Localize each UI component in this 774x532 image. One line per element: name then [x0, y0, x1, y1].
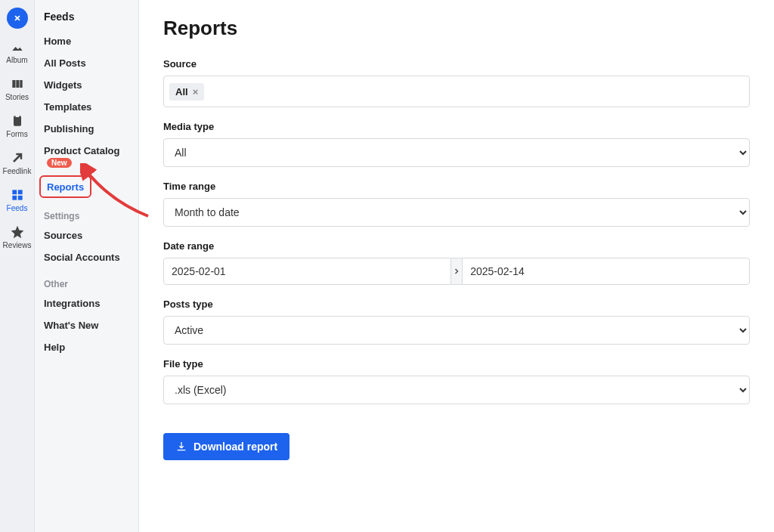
filetype-select[interactable]: .xls (Excel): [163, 376, 750, 404]
sidebar: Feeds Home All Posts Widgets Templates P…: [35, 0, 139, 532]
arrow-up-right-icon: [10, 150, 25, 165]
date-to-input[interactable]: [462, 258, 750, 285]
image-icon: [10, 39, 25, 54]
rail-label: Album: [6, 56, 27, 64]
rail-label: Reviews: [3, 241, 32, 249]
icon-rail: Album Stories Forms Feedlink Feeds Revie…: [0, 0, 35, 532]
svg-rect-4: [15, 115, 19, 117]
sidebar-item-integrations[interactable]: Integrations: [35, 292, 138, 314]
sidebar-item-productcatalog[interactable]: Product Catalog New: [35, 140, 138, 173]
new-badge: New: [47, 158, 72, 168]
svg-rect-3: [14, 116, 21, 125]
rail-forms[interactable]: Forms: [0, 113, 34, 138]
svg-rect-8: [17, 196, 22, 200]
timerange-select[interactable]: Month to date: [163, 198, 750, 227]
sidebar-item-widgets[interactable]: Widgets: [35, 74, 138, 96]
rail-label: Feeds: [7, 204, 28, 212]
sidebar-section-settings: Settings: [35, 200, 138, 224]
chip-remove-icon[interactable]: ×: [193, 86, 199, 97]
stories-icon: [10, 76, 25, 91]
filetype-label: File type: [163, 358, 750, 370]
star-icon: [10, 224, 25, 240]
rail-label: Forms: [6, 130, 27, 138]
mediatype-select[interactable]: All: [163, 138, 750, 167]
rail-label: Feedlink: [3, 167, 32, 175]
sidebar-item-reports-highlight: Reports: [39, 175, 91, 198]
app-logo[interactable]: [7, 8, 28, 29]
sidebar-item-label: Product Catalog: [44, 145, 119, 156]
rail-feedlink[interactable]: Feedlink: [0, 150, 34, 175]
source-input[interactable]: All ×: [163, 76, 750, 107]
grid-icon: [10, 187, 25, 203]
timerange-label: Time range: [163, 181, 750, 192]
source-chip: All ×: [169, 83, 204, 101]
download-icon: [175, 441, 187, 453]
svg-rect-2: [20, 80, 22, 88]
date-from-input[interactable]: [163, 258, 451, 285]
svg-rect-7: [12, 196, 17, 200]
rail-stories[interactable]: Stories: [0, 76, 34, 101]
main-content: Reports Source All × Media type All Time…: [139, 0, 774, 532]
sidebar-item-templates[interactable]: Templates: [35, 96, 138, 118]
svg-rect-6: [17, 190, 22, 194]
download-report-button[interactable]: Download report: [163, 433, 289, 460]
sidebar-item-publishing[interactable]: Publishing: [35, 118, 138, 140]
rail-label: Stories: [5, 93, 29, 101]
mediatype-label: Media type: [163, 121, 750, 132]
clipboard-icon: [10, 113, 25, 128]
daterange-label: Date range: [163, 240, 750, 252]
sidebar-item-sources[interactable]: Sources: [35, 224, 138, 246]
rail-album[interactable]: Album: [0, 39, 34, 64]
sidebar-section-other: Other: [35, 268, 138, 292]
date-separator: [451, 258, 462, 285]
poststype-select[interactable]: Active: [163, 316, 750, 345]
poststype-label: Posts type: [163, 298, 750, 310]
sidebar-item-allposts[interactable]: All Posts: [35, 52, 138, 74]
sidebar-item-home[interactable]: Home: [35, 30, 138, 52]
rail-reviews[interactable]: Reviews: [0, 224, 34, 249]
chevron-right-icon: [452, 267, 461, 276]
sidebar-item-socialaccounts[interactable]: Social Accounts: [35, 246, 138, 268]
button-label: Download report: [194, 441, 277, 453]
svg-rect-0: [12, 80, 15, 88]
svg-rect-5: [12, 190, 17, 194]
sidebar-item-help[interactable]: Help: [35, 336, 138, 358]
sidebar-item-whatsnew[interactable]: What's New: [35, 314, 138, 336]
svg-rect-1: [16, 80, 19, 88]
chip-label: All: [175, 86, 188, 97]
source-label: Source: [163, 58, 750, 70]
rail-feeds[interactable]: Feeds: [0, 187, 34, 212]
sidebar-title: Feeds: [35, 11, 138, 30]
sidebar-item-reports[interactable]: Reports: [47, 181, 84, 193]
page-title: Reports: [163, 17, 750, 40]
